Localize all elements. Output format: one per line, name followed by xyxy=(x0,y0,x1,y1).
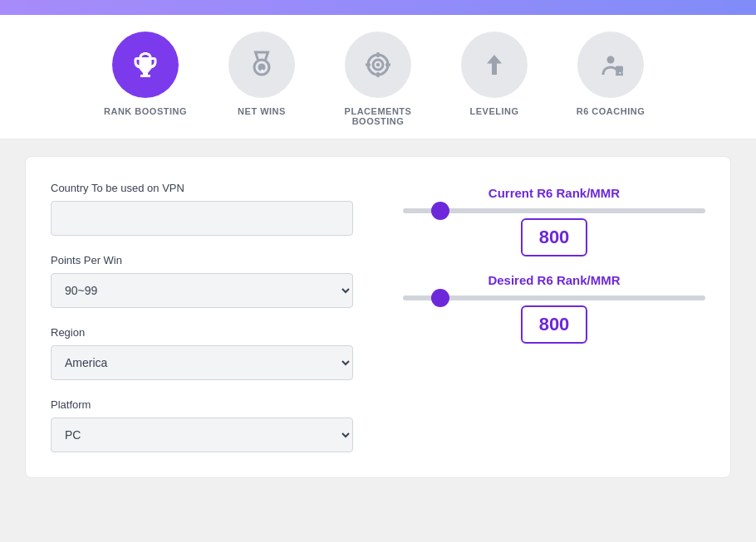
region-group: Region America Europe Asia xyxy=(51,326,353,380)
country-input[interactable] xyxy=(51,201,353,236)
placements-icon-circle xyxy=(345,32,411,98)
rank-boosting-label: RANK BOOSTING xyxy=(104,106,187,116)
form-right: Current R6 Rank/MMR 800 Desired R6 Rank/… xyxy=(403,182,705,452)
leveling-label: LEVELING xyxy=(469,106,518,116)
current-rank-title: Current R6 Rank/MMR xyxy=(403,186,705,200)
tab-rank-boosting[interactable]: RANK BOOSTING xyxy=(104,32,187,126)
svg-point-11 xyxy=(607,56,615,64)
net-wins-icon-circle: ★ xyxy=(228,32,295,98)
medal-icon: ★ xyxy=(247,50,277,80)
trophy-icon xyxy=(130,50,160,80)
current-slider-container xyxy=(403,208,705,213)
current-rank-slider[interactable] xyxy=(403,208,705,213)
form-layout: Country To be used on VPN Points Per Win… xyxy=(51,182,705,452)
coaching-icon-circle xyxy=(577,32,644,98)
leveling-icon-circle xyxy=(461,32,528,98)
tab-net-wins[interactable]: ★ NET WINS xyxy=(220,32,303,126)
platform-label: Platform xyxy=(51,398,353,411)
current-rank-section: Current R6 Rank/MMR 800 xyxy=(403,186,705,256)
svg-rect-12 xyxy=(616,66,623,73)
country-group: Country To be used on VPN xyxy=(51,182,353,236)
platform-group: Platform PC PlayStation Xbox xyxy=(51,398,353,452)
desired-rank-title: Desired R6 Rank/MMR xyxy=(403,273,705,287)
desired-rank-value: 800 xyxy=(539,314,570,334)
top-bar xyxy=(0,0,756,15)
platform-select[interactable]: PC PlayStation Xbox xyxy=(51,417,353,452)
coaching-icon xyxy=(596,50,626,80)
desired-rank-value-box: 800 xyxy=(521,305,588,344)
net-wins-label: NET WINS xyxy=(238,106,286,116)
points-label: Points Per Win xyxy=(51,254,353,266)
country-label: Country To be used on VPN xyxy=(51,182,353,194)
r6-coaching-label: R6 COACHING xyxy=(577,106,646,116)
svg-point-6 xyxy=(376,63,380,67)
form-left: Country To be used on VPN Points Per Win… xyxy=(51,182,353,452)
arrow-up-icon xyxy=(479,50,509,80)
region-label: Region xyxy=(51,326,353,339)
current-rank-value: 800 xyxy=(539,227,570,247)
placements-boosting-label: PLACEMENTS BOOSTING xyxy=(345,106,412,126)
tab-placements-boosting[interactable]: PLACEMENTS BOOSTING xyxy=(336,32,420,126)
rank-boosting-icon-circle xyxy=(112,32,179,98)
tab-leveling[interactable]: LEVELING xyxy=(453,32,536,126)
desired-rank-slider[interactable] xyxy=(403,295,705,300)
points-group: Points Per Win 90~99 100~109 110~119 xyxy=(51,254,353,308)
current-rank-value-box: 800 xyxy=(521,218,588,256)
main-content: Country To be used on VPN Points Per Win… xyxy=(25,156,731,478)
desired-rank-section: Desired R6 Rank/MMR 800 xyxy=(403,273,705,344)
points-select[interactable]: 90~99 100~109 110~119 xyxy=(51,273,353,308)
region-select[interactable]: America Europe Asia xyxy=(51,345,353,380)
svg-text:★: ★ xyxy=(260,68,264,73)
nav-tabs: RANK BOOSTING ★ NET WINS P xyxy=(0,15,756,139)
crosshair-icon xyxy=(363,50,393,80)
tab-r6-coaching[interactable]: R6 COACHING xyxy=(569,32,652,126)
desired-slider-container xyxy=(403,295,705,300)
